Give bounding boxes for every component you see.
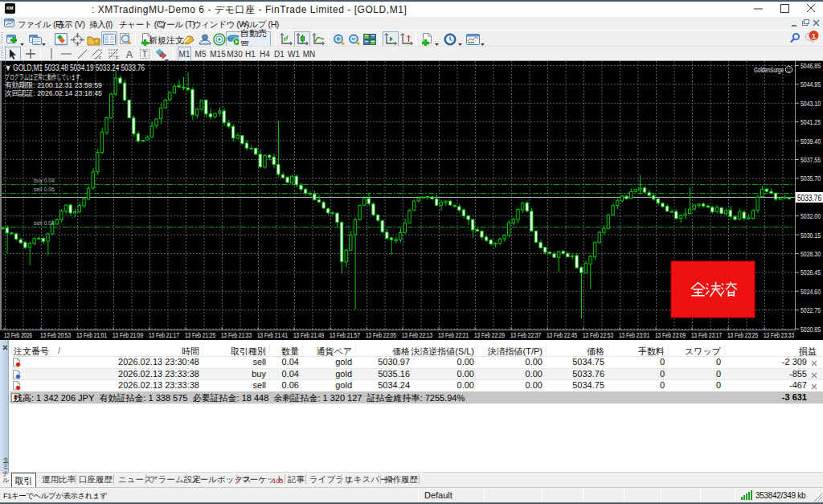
svg-text:sell 0.04: sell 0.04 (34, 219, 55, 227)
svg-text:buy 0.04: buy 0.04 (34, 177, 55, 184)
svg-text:5024.60: 5024.60 (800, 288, 821, 296)
svg-text:5020.85: 5020.85 (800, 326, 821, 334)
svg-text:13 Feb 23:01: 13 Feb 23:01 (619, 331, 649, 339)
svg-text:13 Feb 2026: 13 Feb 2026 (4, 331, 32, 339)
svg-text:5039.40: 5039.40 (800, 137, 821, 145)
svg-text:13 Feb 21:09: 13 Feb 21:09 (113, 331, 143, 339)
svg-text:13 Feb 22:37: 13 Feb 22:37 (510, 331, 541, 339)
svg-text:13 Feb 21:01: 13 Feb 21:01 (76, 331, 107, 339)
svg-text:A: A (126, 49, 133, 59)
svg-text:13 Feb 22:13: 13 Feb 22:13 (402, 331, 432, 339)
svg-text:5022.75: 5022.75 (800, 306, 821, 314)
svg-text:5037.55: 5037.55 (800, 156, 821, 164)
svg-text:1: 1 (812, 31, 817, 40)
svg-text:13 Feb 21:17: 13 Feb 21:17 (149, 331, 179, 339)
svg-text:5033.76: 5033.76 (797, 194, 821, 203)
svg-text:F: F (116, 55, 119, 59)
svg-text:13 Feb 22:53: 13 Feb 22:53 (583, 331, 613, 339)
svg-text:5046.85: 5046.85 (800, 62, 821, 70)
svg-text:5041.25: 5041.25 (800, 118, 821, 126)
svg-text:13 Feb 23:25: 13 Feb 23:25 (727, 331, 758, 339)
svg-text:5030.15: 5030.15 (800, 232, 821, 240)
svg-text:13 Feb 21:41: 13 Feb 21:41 (257, 331, 288, 339)
svg-text:5026.45: 5026.45 (800, 268, 821, 277)
svg-text:5043.10: 5043.10 (800, 100, 821, 108)
svg-text:13 Feb 22:05: 13 Feb 22:05 (366, 331, 396, 339)
svg-text:5044.95: 5044.95 (800, 80, 821, 88)
svg-text:5032.00: 5032.00 (800, 212, 821, 220)
svg-text:13 Feb 23:09: 13 Feb 23:09 (655, 331, 686, 339)
svg-text:c: c (99, 55, 101, 59)
svg-text:5035.70: 5035.70 (800, 174, 821, 182)
svg-text:5028.30: 5028.30 (800, 250, 821, 258)
svg-text:次回認証: 2026.02.14 23:18:45: 次回認証: 2026.02.14 23:18:45 (5, 88, 102, 97)
svg-text:GoldenSurge: GoldenSurge (754, 65, 784, 74)
svg-text:13 Feb 21:49: 13 Feb 21:49 (293, 331, 324, 339)
svg-text:13 Feb 21:57: 13 Feb 21:57 (330, 331, 360, 339)
svg-text:sell 0.06: sell 0.06 (34, 186, 55, 193)
svg-text:13 Feb 22:45: 13 Feb 22:45 (547, 331, 577, 339)
svg-text:13 Feb 20:53: 13 Feb 20:53 (40, 331, 71, 339)
svg-text:13 Feb 23:17: 13 Feb 23:17 (691, 331, 722, 339)
svg-text:13 Feb 21:25: 13 Feb 21:25 (185, 331, 215, 339)
svg-text:13 Feb 22:21: 13 Feb 22:21 (438, 331, 469, 339)
svg-text:T: T (142, 50, 147, 59)
svg-text:▼ GOLD,M1 5033.48 5034.19 503: ▼ GOLD,M1 5033.48 5034.19 5033.24 5033.7… (5, 64, 145, 72)
svg-text:13 Feb 23:33: 13 Feb 23:33 (764, 331, 794, 339)
svg-text:13 Feb 22:29: 13 Feb 22:29 (474, 331, 505, 339)
svg-text:13 Feb 21:33: 13 Feb 21:33 (221, 331, 252, 339)
